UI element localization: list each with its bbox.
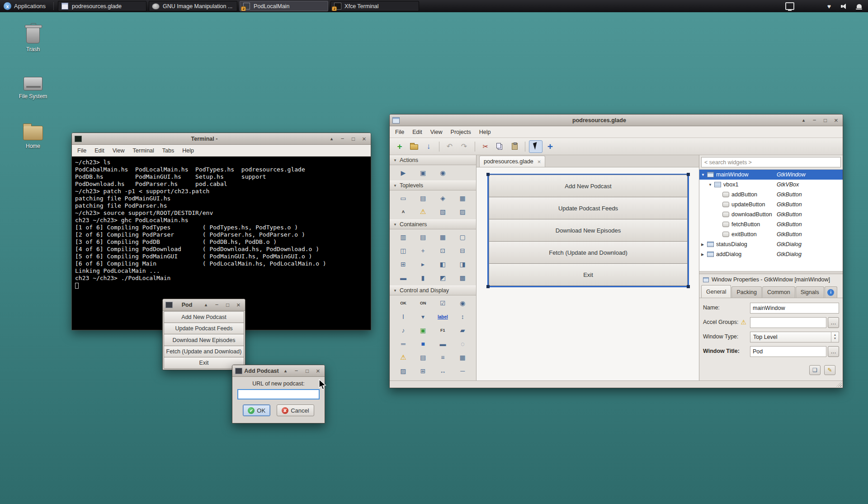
window-type-combo[interactable]: Top Level ▲▼ [750, 332, 839, 342]
selection-handle[interactable] [687, 173, 690, 176]
gtk-radio-action-icon[interactable]: ◉ [433, 167, 453, 179]
pod-action-button[interactable]: Update Podcast Feeds [164, 323, 244, 334]
design-button[interactable]: Update Podcast Feeds [489, 197, 688, 219]
gtk-color-selection-dialog-icon[interactable]: ▦ [453, 192, 472, 204]
cut-icon[interactable] [479, 140, 492, 153]
undo-icon[interactable] [443, 140, 457, 153]
window-title-more-button[interactable]: … [828, 346, 839, 357]
gtk-fixed-icon[interactable]: + [413, 245, 433, 257]
cancel-button[interactable]: ✘ Cancel [277, 404, 314, 416]
gtk-toggle-action-icon[interactable]: ▣ [413, 167, 433, 179]
canvas-tab[interactable]: podresources.glade × [479, 156, 545, 167]
gtk-tree-view-icon[interactable]: ≡ [433, 352, 453, 363]
accel-groups-more-button[interactable]: … [828, 317, 839, 328]
pod-action-button[interactable]: Download New Episodes [164, 334, 244, 346]
menu-item[interactable]: Edit [90, 145, 108, 156]
canvas-workarea[interactable]: Add New Podcast Update Podcast Feeds Dow… [476, 167, 699, 380]
gtk-progress-bar-icon[interactable]: ▰ [453, 324, 472, 336]
selector-icon[interactable] [529, 140, 542, 153]
minimize-button[interactable] [338, 134, 347, 143]
gtk-combo-box-icon[interactable]: ▾ [413, 311, 433, 323]
maximize-button[interactable] [302, 366, 312, 375]
menu-item[interactable]: File [73, 145, 90, 156]
gtk-label-icon[interactable]: label [433, 311, 453, 323]
search-widgets-input[interactable] [701, 157, 841, 167]
widget-tree-row[interactable]: mainWindow GtkWindow [699, 170, 843, 180]
redo-icon[interactable] [458, 140, 471, 153]
gtk-hpaned-icon[interactable]: ◧ [433, 258, 453, 270]
gtk-file-chooser-dialog-icon[interactable]: ▧ [433, 206, 453, 218]
selection-handle[interactable] [687, 285, 690, 288]
gtk-vbox-icon[interactable]: ▤ [413, 231, 433, 243]
design-button[interactable]: Fetch (Update and Download) [489, 241, 688, 264]
display-icon[interactable] [785, 2, 794, 10]
gtk-info-bar-icon[interactable]: ⚠ [393, 352, 413, 363]
name-input[interactable] [750, 303, 839, 314]
gtk-notebook-icon[interactable]: ⊟ [453, 245, 472, 257]
url-input[interactable] [237, 389, 320, 399]
speaker-icon[interactable] [840, 2, 849, 10]
gtk-vpaned-icon[interactable]: ◨ [453, 258, 472, 270]
gtk-action-icon[interactable]: ▶ [393, 167, 413, 179]
gtk-radio-button-icon[interactable]: ◉ [453, 297, 472, 309]
widget-tree-row[interactable]: statusDialog GtkDialog [699, 239, 843, 249]
gtk-hscale-icon[interactable]: ═ [393, 338, 413, 350]
gtk-drawing-area-icon[interactable]: ▨ [393, 365, 413, 377]
pod-action-button[interactable]: Add New Podcast [164, 311, 244, 323]
shade-button[interactable] [281, 366, 290, 375]
accel-groups-input[interactable] [750, 317, 826, 328]
gtk-expander-icon[interactable]: ▸ [413, 258, 433, 270]
gtk-vbuttonbox-icon[interactable]: ▮ [413, 272, 433, 284]
minimize-button[interactable] [810, 116, 819, 124]
gtk-text-view-icon[interactable]: ▤ [413, 352, 433, 363]
drag-resize-icon[interactable] [543, 140, 557, 153]
properties-tab[interactable]: General [701, 285, 731, 298]
open-project-icon[interactable] [407, 140, 421, 153]
copy-icon[interactable] [493, 140, 507, 153]
widget-tree-row[interactable]: fetchButton GtkButton [699, 219, 843, 229]
properties-tab[interactable]: Common [762, 286, 795, 298]
close-button[interactable] [313, 366, 323, 375]
heart-icon[interactable] [825, 2, 834, 10]
menu-item[interactable]: View [108, 145, 129, 156]
save-icon[interactable] [422, 140, 435, 153]
gtk-font-button-icon[interactable]: F1 [433, 324, 453, 336]
design-button[interactable]: Exit [489, 263, 688, 286]
maximize-button[interactable] [349, 134, 358, 143]
menu-item[interactable]: Help [475, 126, 495, 138]
taskbar-button[interactable]: 2 Xfce Terminal [330, 1, 419, 11]
taskbar-button[interactable]: podresources.glade [58, 1, 146, 11]
gtk-frame-icon[interactable]: ▢ [453, 231, 472, 243]
desktop-icon[interactable]: Trash [12, 24, 54, 52]
menu-item[interactable]: Terminal [129, 145, 158, 156]
gtk-about-dialog-icon[interactable]: ◈ [433, 192, 453, 204]
close-button[interactable] [234, 300, 243, 309]
selection-handle[interactable] [486, 173, 490, 176]
glade-titlebar[interactable]: podresources.glade [390, 114, 843, 126]
spinner-arrows-icon[interactable]: ▲▼ [831, 332, 839, 342]
pod-titlebar[interactable]: Pod [163, 299, 245, 311]
menu-item[interactable]: Projects [447, 126, 475, 138]
gtk-image-icon[interactable]: ▣ [413, 324, 433, 336]
close-button[interactable] [831, 116, 841, 124]
menu-item[interactable]: File [391, 126, 408, 138]
menu-item[interactable]: Tabs [158, 145, 178, 156]
terminal-titlebar[interactable]: Terminal - [72, 133, 371, 145]
properties-tab[interactable]: Signals [796, 286, 824, 298]
widget-tree-row[interactable]: vbox1 GtkVBox [699, 180, 843, 190]
taskbar-button[interactable]: GNU Image Manipulation ... [149, 1, 237, 11]
dialog-titlebar[interactable]: Add Podcast [232, 365, 325, 377]
gtk-dialog-icon[interactable]: ▤ [413, 192, 433, 204]
shade-button[interactable] [799, 116, 808, 124]
gtk-calendar-icon[interactable]: ▦ [453, 352, 472, 363]
gtk-check-button-icon[interactable]: ☑ [433, 297, 453, 309]
tree-expander-icon[interactable] [701, 242, 707, 247]
gtk-spin-button-icon[interactable]: ↕ [453, 311, 472, 323]
gtk-toggle-button-icon[interactable]: ON [413, 297, 433, 309]
bell-icon[interactable] [854, 2, 863, 10]
gtk-message-dialog-icon[interactable]: ⚠ [413, 206, 433, 218]
gtk-window-icon[interactable]: ▭ [393, 192, 413, 204]
ok-button[interactable]: ✔ OK [243, 404, 270, 416]
gtk-handle-box-icon[interactable]: ◩ [433, 272, 453, 284]
properties-tab[interactable]: Packing [731, 286, 761, 298]
